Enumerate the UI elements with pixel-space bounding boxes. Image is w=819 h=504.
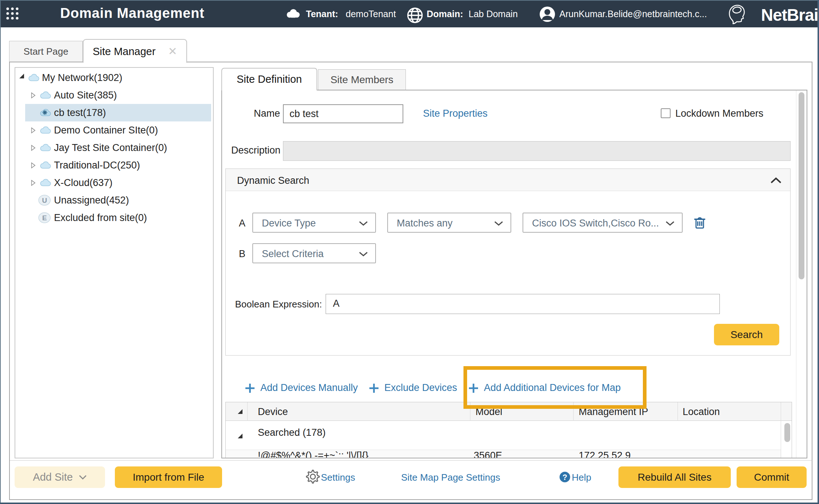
svg-text:E: E: [42, 214, 47, 222]
svg-text:U: U: [42, 197, 47, 204]
svg-text:?: ?: [562, 473, 567, 482]
